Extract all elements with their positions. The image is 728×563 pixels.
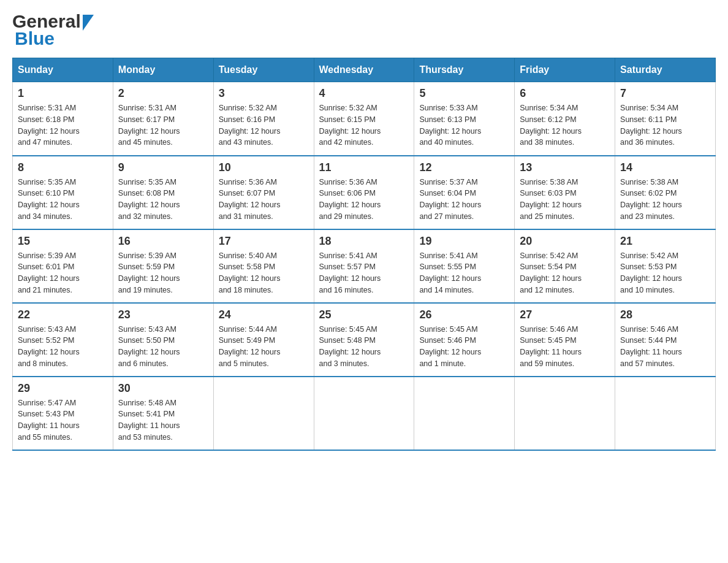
day-number: 1 [18,87,108,100]
calendar-cell: 22 Sunrise: 5:43 AMSunset: 5:52 PMDaylig… [13,303,113,377]
calendar-cell [515,377,615,450]
header-sunday: Sunday [13,58,113,82]
header-thursday: Thursday [414,58,515,82]
day-number: 9 [118,161,208,174]
day-info: Sunrise: 5:46 AMSunset: 5:44 PMDaylight:… [620,324,710,370]
day-number: 11 [319,161,409,174]
day-info: Sunrise: 5:41 AMSunset: 5:57 PMDaylight:… [319,250,409,296]
calendar-cell: 11 Sunrise: 5:36 AMSunset: 6:06 PMDaylig… [314,156,414,229]
header-wednesday: Wednesday [314,58,414,82]
day-info: Sunrise: 5:42 AMSunset: 5:54 PMDaylight:… [520,250,610,296]
header-tuesday: Tuesday [213,58,314,82]
day-number: 13 [520,161,610,174]
day-info: Sunrise: 5:35 AMSunset: 6:08 PMDaylight:… [118,177,208,223]
calendar-cell: 20 Sunrise: 5:42 AMSunset: 5:54 PMDaylig… [515,229,615,303]
day-info: Sunrise: 5:34 AMSunset: 6:11 PMDaylight:… [620,102,710,148]
day-number: 23 [118,308,208,321]
day-number: 14 [620,161,710,174]
calendar-cell: 18 Sunrise: 5:41 AMSunset: 5:57 PMDaylig… [314,229,414,303]
calendar-cell: 19 Sunrise: 5:41 AMSunset: 5:55 PMDaylig… [414,229,515,303]
day-number: 24 [219,308,309,321]
calendar-cell: 6 Sunrise: 5:34 AMSunset: 6:12 PMDayligh… [515,82,615,156]
week-row-2: 8 Sunrise: 5:35 AMSunset: 6:10 PMDayligh… [13,156,716,229]
day-info: Sunrise: 5:48 AMSunset: 5:41 PMDaylight:… [118,397,208,443]
day-info: Sunrise: 5:42 AMSunset: 5:53 PMDaylight:… [620,250,710,296]
calendar-cell: 23 Sunrise: 5:43 AMSunset: 5:50 PMDaylig… [113,303,213,377]
week-row-1: 1 Sunrise: 5:31 AMSunset: 6:18 PMDayligh… [13,82,716,156]
day-info: Sunrise: 5:45 AMSunset: 5:46 PMDaylight:… [419,324,509,370]
day-info: Sunrise: 5:31 AMSunset: 6:18 PMDaylight:… [18,102,108,148]
calendar-cell [414,377,515,450]
page-header: General Blue [12,12,716,48]
day-info: Sunrise: 5:46 AMSunset: 5:45 PMDaylight:… [520,324,610,370]
day-number: 4 [319,87,409,100]
calendar-cell: 8 Sunrise: 5:35 AMSunset: 6:10 PMDayligh… [13,156,113,229]
calendar-header-row: SundayMondayTuesdayWednesdayThursdayFrid… [13,58,716,82]
day-number: 16 [118,235,208,248]
calendar-cell: 10 Sunrise: 5:36 AMSunset: 6:07 PMDaylig… [213,156,314,229]
header-monday: Monday [113,58,213,82]
calendar-cell: 27 Sunrise: 5:46 AMSunset: 5:45 PMDaylig… [515,303,615,377]
day-info: Sunrise: 5:44 AMSunset: 5:49 PMDaylight:… [219,324,309,370]
day-number: 26 [419,308,509,321]
day-info: Sunrise: 5:34 AMSunset: 6:12 PMDaylight:… [520,102,610,148]
day-number: 2 [118,87,208,100]
calendar-cell: 2 Sunrise: 5:31 AMSunset: 6:17 PMDayligh… [113,82,213,156]
day-info: Sunrise: 5:47 AMSunset: 5:43 PMDaylight:… [18,397,108,443]
week-row-5: 29 Sunrise: 5:47 AMSunset: 5:43 PMDaylig… [13,377,716,450]
header-friday: Friday [515,58,615,82]
day-number: 22 [18,308,108,321]
calendar-cell: 25 Sunrise: 5:45 AMSunset: 5:48 PMDaylig… [314,303,414,377]
calendar-cell: 26 Sunrise: 5:45 AMSunset: 5:46 PMDaylig… [414,303,515,377]
day-number: 6 [520,87,610,100]
calendar-cell: 14 Sunrise: 5:38 AMSunset: 6:02 PMDaylig… [615,156,716,229]
calendar-cell: 16 Sunrise: 5:39 AMSunset: 5:59 PMDaylig… [113,229,213,303]
calendar-cell: 9 Sunrise: 5:35 AMSunset: 6:08 PMDayligh… [113,156,213,229]
day-number: 25 [319,308,409,321]
day-info: Sunrise: 5:36 AMSunset: 6:07 PMDaylight:… [219,177,309,223]
calendar-cell: 17 Sunrise: 5:40 AMSunset: 5:58 PMDaylig… [213,229,314,303]
day-number: 5 [419,87,509,100]
day-info: Sunrise: 5:38 AMSunset: 6:02 PMDaylight:… [620,177,710,223]
logo: General Blue [12,12,94,48]
day-number: 20 [520,235,610,248]
day-info: Sunrise: 5:38 AMSunset: 6:03 PMDaylight:… [520,177,610,223]
calendar-cell: 7 Sunrise: 5:34 AMSunset: 6:11 PMDayligh… [615,82,716,156]
logo-row2: Blue [15,29,94,48]
day-number: 28 [620,308,710,321]
week-row-4: 22 Sunrise: 5:43 AMSunset: 5:52 PMDaylig… [13,303,716,377]
day-info: Sunrise: 5:39 AMSunset: 6:01 PMDaylight:… [18,250,108,296]
calendar-cell: 12 Sunrise: 5:37 AMSunset: 6:04 PMDaylig… [414,156,515,229]
calendar-cell [213,377,314,450]
week-row-3: 15 Sunrise: 5:39 AMSunset: 6:01 PMDaylig… [13,229,716,303]
day-number: 15 [18,235,108,248]
day-number: 17 [219,235,309,248]
logo-arrow-icon [83,15,94,31]
day-number: 10 [219,161,309,174]
day-info: Sunrise: 5:35 AMSunset: 6:10 PMDaylight:… [18,177,108,223]
calendar-cell [314,377,414,450]
calendar-cell: 3 Sunrise: 5:32 AMSunset: 6:16 PMDayligh… [213,82,314,156]
day-number: 29 [18,382,108,395]
day-number: 21 [620,235,710,248]
day-info: Sunrise: 5:37 AMSunset: 6:04 PMDaylight:… [419,177,509,223]
calendar-cell: 29 Sunrise: 5:47 AMSunset: 5:43 PMDaylig… [13,377,113,450]
calendar-cell: 24 Sunrise: 5:44 AMSunset: 5:49 PMDaylig… [213,303,314,377]
day-info: Sunrise: 5:36 AMSunset: 6:06 PMDaylight:… [319,177,409,223]
calendar-cell: 15 Sunrise: 5:39 AMSunset: 6:01 PMDaylig… [13,229,113,303]
calendar-cell: 5 Sunrise: 5:33 AMSunset: 6:13 PMDayligh… [414,82,515,156]
day-info: Sunrise: 5:40 AMSunset: 5:58 PMDaylight:… [219,250,309,296]
calendar-cell: 21 Sunrise: 5:42 AMSunset: 5:53 PMDaylig… [615,229,716,303]
day-info: Sunrise: 5:33 AMSunset: 6:13 PMDaylight:… [419,102,509,148]
calendar-cell [615,377,716,450]
day-number: 8 [18,161,108,174]
day-number: 27 [520,308,610,321]
day-number: 30 [118,382,208,395]
calendar-cell: 28 Sunrise: 5:46 AMSunset: 5:44 PMDaylig… [615,303,716,377]
calendar-table: SundayMondayTuesdayWednesdayThursdayFrid… [12,58,716,451]
day-info: Sunrise: 5:45 AMSunset: 5:48 PMDaylight:… [319,324,409,370]
day-number: 3 [219,87,309,100]
day-info: Sunrise: 5:43 AMSunset: 5:50 PMDaylight:… [118,324,208,370]
day-info: Sunrise: 5:39 AMSunset: 5:59 PMDaylight:… [118,250,208,296]
logo-blue-text: Blue [15,28,55,48]
